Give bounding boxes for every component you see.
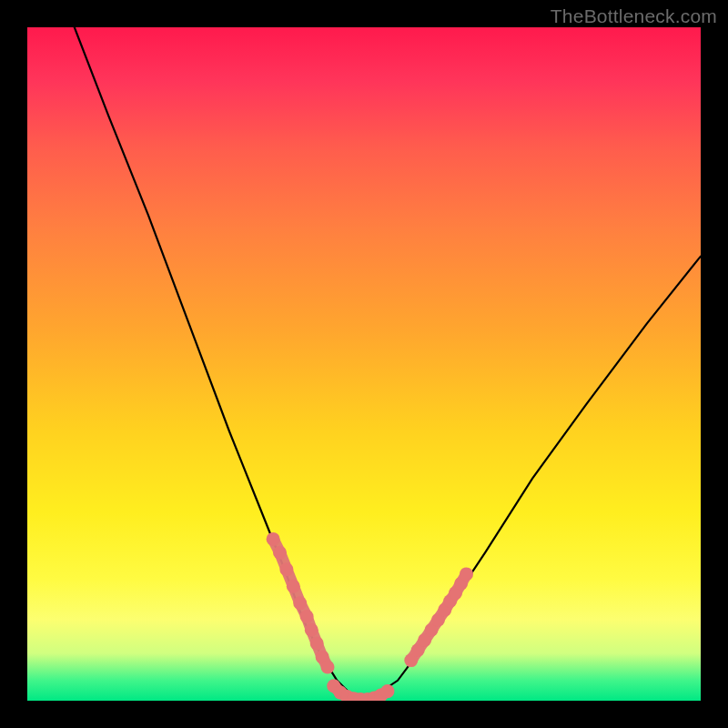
cluster-point [267,532,280,546]
cluster-point [310,637,324,651]
series-right-arm [358,257,701,701]
cluster-point [300,610,314,623]
chart-frame: TheBottleneck.com [0,0,728,728]
cluster-point [273,546,287,560]
cluster-point [460,567,473,581]
data-point-clusters [267,532,473,701]
chart-plot-area [27,27,701,701]
series-left-arm [75,27,358,701]
cluster-point [293,596,307,610]
cluster-point [287,580,300,593]
cluster-point [305,623,318,637]
watermark-text: TheBottleneck.com [551,5,717,27]
cluster-point [279,562,293,576]
cluster-point [380,684,394,698]
cluster-point [321,661,335,674]
chart-svg [27,27,701,701]
